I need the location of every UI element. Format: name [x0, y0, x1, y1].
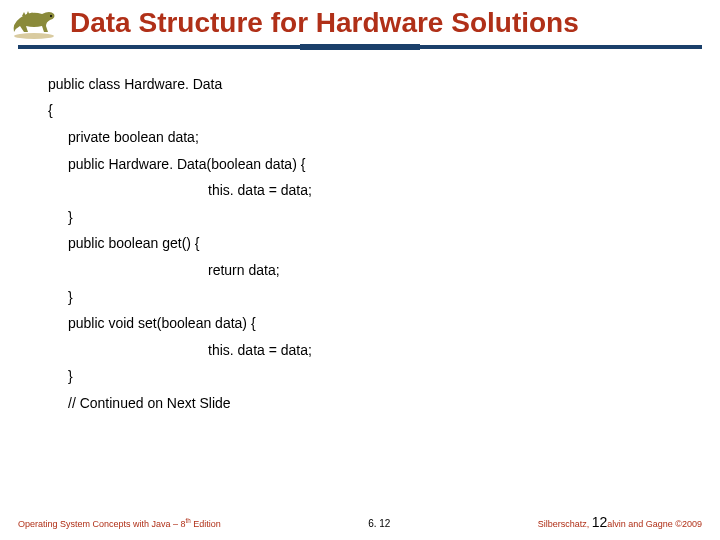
footer-right: Silberschatz, 12alvin and Gagne ©2009 — [538, 514, 702, 530]
page-number: 12 — [592, 514, 608, 530]
code-line: public Hardware. Data(boolean data) { — [48, 151, 672, 178]
code-line: return data; — [48, 257, 672, 284]
footer-right-b: alvin and Gagne ©2009 — [607, 519, 702, 529]
code-line: public boolean get() { — [48, 230, 672, 257]
title-divider — [18, 45, 702, 49]
svg-point-0 — [14, 33, 54, 39]
code-line: this. data = data; — [48, 337, 672, 364]
slide-title: Data Structure for Hardware Solutions — [0, 8, 720, 39]
code-line: private boolean data; — [48, 124, 672, 151]
code-line: this. data = data; — [48, 177, 672, 204]
footer-left-text2: Edition — [191, 519, 221, 529]
code-line: // Continued on Next Slide — [48, 390, 672, 417]
svg-point-1 — [50, 15, 52, 17]
code-line: } — [48, 204, 672, 231]
footer-left-text: Operating System Concepts with Java – 8 — [18, 519, 186, 529]
dinosaur-icon — [6, 6, 62, 40]
code-block: public class Hardware. Data { private bo… — [0, 49, 720, 417]
footer-center: 6. 12 — [368, 518, 390, 529]
code-line: public void set(boolean data) { — [48, 310, 672, 337]
footer-left: Operating System Concepts with Java – 8t… — [18, 517, 221, 529]
slide-footer: Operating System Concepts with Java – 8t… — [0, 514, 720, 530]
code-line: } — [48, 284, 672, 311]
code-line: } — [48, 363, 672, 390]
footer-right-a: Silberschatz, — [538, 519, 592, 529]
slide-header: Data Structure for Hardware Solutions — [0, 0, 720, 49]
code-line: public class Hardware. Data — [48, 71, 672, 98]
code-line: { — [48, 97, 672, 124]
